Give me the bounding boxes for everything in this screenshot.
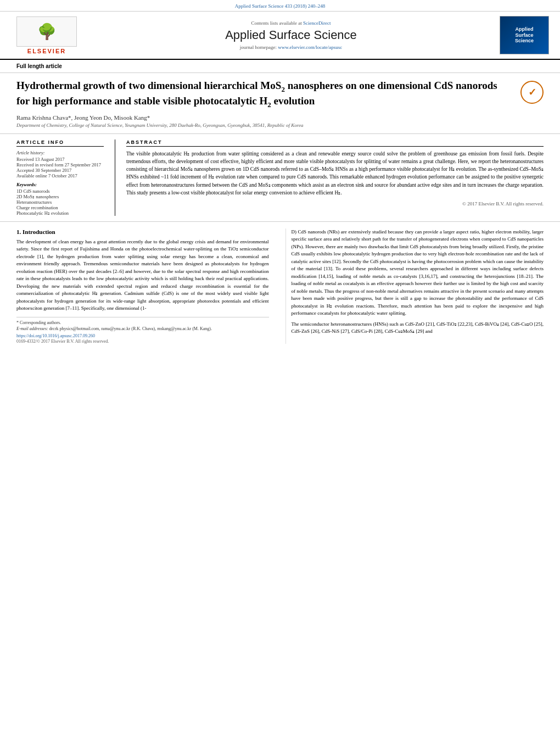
accepted-date: Accepted 30 September 2017: [16, 168, 104, 173]
elsevier-wordmark: ELSEVIER: [27, 48, 66, 54]
elsevier-tree-image: 🌳: [16, 16, 77, 47]
abstract-col: ABSTRACT The visible photocatalytic H₂ p…: [115, 140, 544, 216]
star-note: * Corresponding authors.: [16, 320, 269, 326]
intro-paragraph-2: D) CdS nanorods (NRs) are extensively st…: [292, 228, 544, 317]
sciencedirect-link[interactable]: ScienceDirect: [303, 20, 331, 26]
body-col-left: 1. Introduction The development of clean…: [16, 228, 275, 344]
elsevier-logo: 🌳 ELSEVIER: [11, 16, 82, 54]
journal-logo-box: AppliedSurfaceScience: [500, 16, 549, 54]
keyword-4: Charge recombination: [16, 205, 104, 210]
received-date: Received 13 August 2017: [16, 157, 104, 162]
footnote-section: * Corresponding authors. E-mail addresse…: [16, 317, 269, 344]
article-type-label: Full length article: [16, 63, 62, 69]
email-values: drcrk physics@hotmail.com, rama@ynu.ac.k…: [49, 326, 212, 331]
keyword-5: Photocatalytic H₂ evolution: [16, 210, 104, 216]
journal-center-info: Contents lists available at ScienceDirec…: [82, 20, 500, 50]
author-names: Rama Krishna Chava*, Jeong Yeon Do, Miso…: [16, 114, 150, 121]
main-body: 1. Introduction The development of clean…: [0, 222, 560, 350]
intro-paragraph-3: The semiconductor heteronanostructures (…: [292, 321, 544, 336]
keyword-2: 2D MoS₂ nanospheres: [16, 194, 104, 199]
abstract-text: The visible photocatalytic H₂ production…: [126, 150, 544, 197]
authors: Rama Krishna Chava*, Jeong Yeon Do, Miso…: [16, 114, 544, 121]
article-header: Hydrothermal growth of two dimensional h…: [0, 73, 560, 134]
article-info-header: ARTICLE INFO: [16, 140, 104, 147]
logo-title-text: AppliedSurfaceScience: [515, 26, 534, 44]
available-date: Available online 7 October 2017: [16, 173, 104, 178]
issn-line: 0169-4332/© 2017 Elsevier B.V. All right…: [16, 339, 269, 344]
journal-citation-bar: Applied Surface Science 433 (2018) 240–2…: [0, 0, 560, 12]
doi-link[interactable]: https://doi.org/10.1016/j.apsusc.2017.09…: [16, 333, 95, 338]
abstract-header: ABSTRACT: [126, 140, 544, 147]
intro-paragraph-1: The development of clean energy has a gr…: [16, 238, 269, 313]
doi-line: https://doi.org/10.1016/j.apsusc.2017.09…: [16, 333, 269, 338]
body-col-right: D) CdS nanorods (NRs) are extensively st…: [285, 228, 544, 344]
article-type-bar: Full length article: [0, 60, 560, 73]
history-label: Article history:: [16, 150, 104, 155]
keywords-label: Keywords:: [16, 182, 104, 187]
email-label: E-mail addresses:: [16, 326, 48, 331]
keyword-3: Heteranostructures: [16, 199, 104, 205]
article-title: Hydrothermal growth of two dimensional h…: [16, 79, 520, 110]
title-crossmark-row: Hydrothermal growth of two dimensional h…: [16, 79, 544, 110]
email-note: E-mail addresses: drcrk physics@hotmail.…: [16, 326, 269, 332]
journal-title: Applied Surface Science: [93, 28, 489, 42]
contents-line: Contents lists available at ScienceDirec…: [93, 20, 489, 26]
info-abstract-section: ARTICLE INFO Article history: Received 1…: [0, 134, 560, 222]
copyright-line: © 2017 Elsevier B.V. All rights reserved…: [126, 201, 544, 207]
keyword-1: 1D CdS nanorods: [16, 188, 104, 194]
crossmark-icon[interactable]: ✓: [520, 81, 544, 104]
article-info-col: ARTICLE INFO Article history: Received 1…: [16, 140, 115, 216]
intro-section-title: 1. Introduction: [16, 228, 269, 235]
affiliation: Department of Chemistry, College of Natu…: [16, 122, 544, 128]
revised-date: Received in revised form 27 September 20…: [16, 162, 104, 168]
journal-header: 🌳 ELSEVIER Contents lists available at S…: [0, 12, 560, 60]
journal-citation: Applied Surface Science 433 (2018) 240–2…: [235, 3, 326, 9]
homepage-line: journal homepage: www.elsevier.com/locat…: [93, 44, 489, 50]
homepage-link[interactable]: www.elsevier.com/locate/apsusc: [278, 44, 342, 50]
